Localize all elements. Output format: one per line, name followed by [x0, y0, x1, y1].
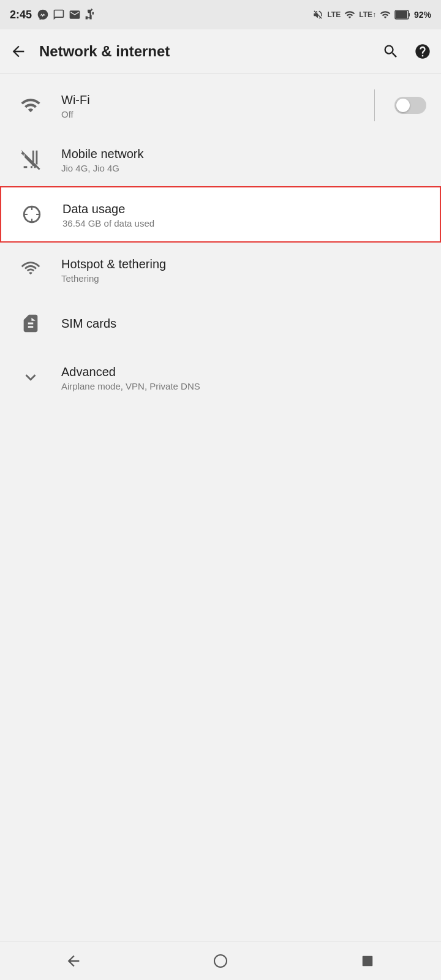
wifi-subtitle: Off [61, 109, 374, 119]
settings-item-hotspot[interactable]: Hotspot & tethering Tethering [0, 243, 441, 296]
hotspot-title: Hotspot & tethering [61, 256, 426, 272]
status-notification-icons [37, 9, 97, 21]
nav-back-button[interactable] [55, 949, 92, 973]
toolbar: Network & internet [0, 29, 441, 74]
advanced-text: Advanced Airplane mode, VPN, Private DNS [61, 364, 426, 391]
wifi-icon [15, 89, 47, 121]
svg-point-4 [214, 955, 227, 967]
messenger-icon [37, 9, 49, 21]
settings-item-mobile-network[interactable]: Mobile network Jio 4G, Jio 4G [0, 132, 441, 186]
back-button[interactable] [10, 43, 27, 60]
wifi-title: Wi-Fi [61, 92, 374, 108]
status-bar-right: LTE LTE↑ 92% [312, 9, 431, 20]
hotspot-text: Hotspot & tethering Tethering [61, 256, 426, 284]
sim-cards-title: SIM cards [61, 315, 426, 331]
status-time: 2:45 [10, 9, 32, 21]
mobile-network-text: Mobile network Jio 4G, Jio 4G [61, 146, 426, 173]
messenger2-icon [53, 9, 65, 21]
advanced-icon [15, 361, 47, 393]
gmail-icon [69, 9, 81, 21]
data-usage-icon [16, 198, 48, 230]
usb-icon [85, 9, 97, 21]
toolbar-actions [382, 43, 431, 60]
mobile-network-subtitle: Jio 4G, Jio 4G [61, 163, 426, 173]
settings-item-wifi[interactable]: Wi-Fi Off [0, 78, 441, 132]
mute-icon [312, 9, 323, 20]
data-usage-title: Data usage [62, 201, 425, 217]
wifi-text: Wi-Fi Off [61, 92, 374, 119]
svg-rect-1 [396, 11, 407, 18]
signal-icon [344, 9, 355, 20]
sim-cards-text: SIM cards [61, 315, 426, 331]
data-usage-text: Data usage 36.54 GB of data used [62, 201, 425, 228]
sim-cards-icon [15, 307, 47, 339]
settings-item-advanced[interactable]: Advanced Airplane mode, VPN, Private DNS [0, 350, 441, 404]
svg-rect-5 [363, 956, 373, 966]
settings-item-data-usage[interactable]: Data usage 36.54 GB of data used [0, 186, 441, 243]
battery-percent: 92% [414, 10, 431, 20]
settings-list: Wi-Fi Off Mobile network Jio 4G, Jio 4G [0, 74, 441, 409]
mobile-network-title: Mobile network [61, 146, 426, 162]
page-title: Network & internet [39, 43, 382, 60]
search-button[interactable] [382, 43, 399, 60]
wifi-toggle-knob [396, 99, 410, 112]
settings-item-sim-cards[interactable]: SIM cards [0, 296, 441, 350]
wifi-toggle-switch[interactable] [394, 97, 426, 114]
nav-home-button[interactable] [202, 949, 239, 973]
help-button[interactable] [414, 43, 431, 60]
advanced-subtitle: Airplane mode, VPN, Private DNS [61, 381, 426, 391]
status-bar-left: 2:45 [10, 9, 97, 21]
hotspot-icon [15, 254, 47, 285]
wifi-separator [374, 89, 375, 121]
svg-rect-2 [409, 13, 410, 17]
signal2-icon [380, 9, 391, 20]
hotspot-subtitle: Tethering [61, 273, 426, 284]
wifi-toggle[interactable] [394, 97, 426, 114]
lte-icon: LTE [327, 10, 341, 19]
lte2-icon: LTE↑ [359, 10, 376, 19]
data-usage-subtitle: 36.54 GB of data used [62, 218, 425, 228]
mobile-network-icon [15, 143, 47, 175]
advanced-title: Advanced [61, 364, 426, 380]
battery-icon [394, 9, 410, 20]
status-bar: 2:45 LTE [0, 0, 441, 29]
nav-recents-button[interactable] [349, 949, 386, 973]
bottom-nav [0, 941, 441, 980]
